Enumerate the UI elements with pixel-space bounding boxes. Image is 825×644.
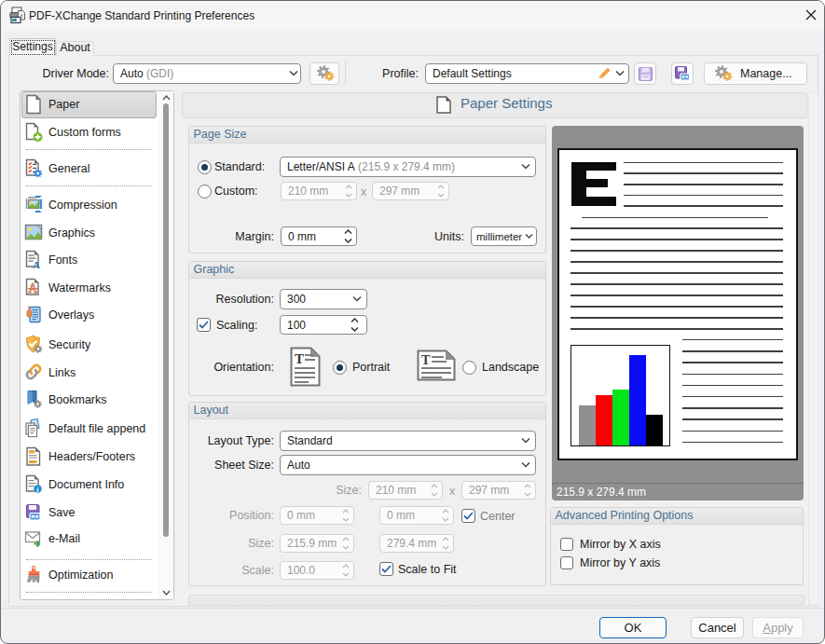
svg-text:T: T: [295, 351, 304, 366]
svg-text:i: i: [36, 486, 38, 494]
svg-text:T: T: [421, 353, 431, 367]
svg-text:A: A: [33, 258, 40, 269]
